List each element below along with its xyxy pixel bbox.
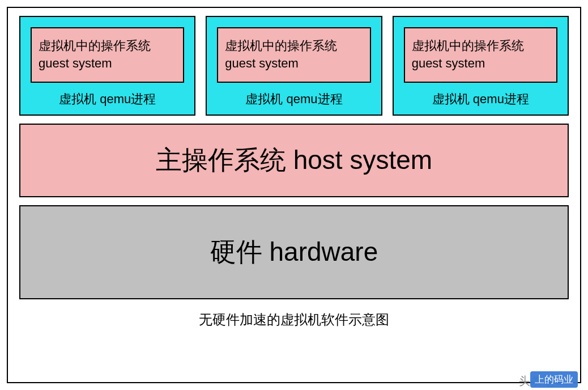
diagram-caption: 无硬件加速的虚拟机软件示意图 bbox=[19, 311, 569, 329]
guest-line2: guest system bbox=[412, 55, 549, 73]
guest-os-box-3: 虚拟机中的操作系统 guest system bbox=[404, 27, 557, 83]
vm-label-2: 虚拟机 qemu进程 bbox=[245, 91, 342, 108]
diagram-frame: 虚拟机中的操作系统 guest system 虚拟机 qemu进程 虚拟机中的操… bbox=[7, 7, 581, 383]
guest-line1: 虚拟机中的操作系统 bbox=[412, 37, 549, 55]
guest-line2: guest system bbox=[225, 55, 363, 73]
hardware-box: 硬件 hardware bbox=[19, 205, 569, 299]
vm-label-3: 虚拟机 qemu进程 bbox=[432, 91, 529, 108]
vm-box-2: 虚拟机中的操作系统 guest system 虚拟机 qemu进程 bbox=[206, 16, 382, 116]
guest-line2: guest system bbox=[39, 55, 176, 73]
vm-label-1: 虚拟机 qemu进程 bbox=[59, 91, 156, 108]
watermark-badge: 上的码业 bbox=[530, 371, 578, 388]
vm-box-1: 虚拟机中的操作系统 guest system 虚拟机 qemu进程 bbox=[19, 16, 195, 116]
vm-box-3: 虚拟机中的操作系统 guest system 虚拟机 qemu进程 bbox=[393, 16, 569, 116]
guest-line1: 虚拟机中的操作系统 bbox=[225, 37, 363, 55]
guest-os-box-2: 虚拟机中的操作系统 guest system bbox=[217, 27, 370, 83]
vm-row: 虚拟机中的操作系统 guest system 虚拟机 qemu进程 虚拟机中的操… bbox=[19, 16, 569, 116]
guest-line1: 虚拟机中的操作系统 bbox=[39, 37, 176, 55]
hardware-label: 硬件 hardware bbox=[210, 235, 378, 270]
guest-os-box-1: 虚拟机中的操作系统 guest system bbox=[31, 27, 184, 83]
host-system-box: 主操作系统 host system bbox=[19, 124, 569, 197]
host-system-label: 主操作系统 host system bbox=[156, 143, 432, 178]
